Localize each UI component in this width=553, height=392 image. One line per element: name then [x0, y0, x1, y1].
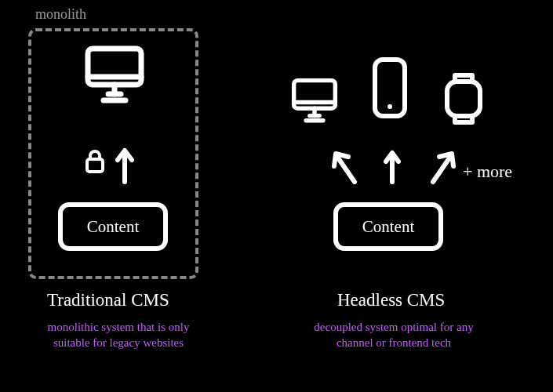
svg-rect-14 [447, 82, 480, 116]
content-label: Content [87, 217, 140, 237]
traditional-cms-title: Traditional CMS [47, 290, 169, 310]
traditional-cms-description: monolithic system that is only suitable … [36, 320, 201, 350]
svg-rect-5 [87, 159, 103, 172]
headless-cms-title: Headless CMS [337, 290, 445, 310]
diagram-canvas: monolith Content Traditional CMS monolit… [0, 0, 553, 392]
plus-more-label: + more [463, 162, 512, 182]
monolith-label: monolith [35, 6, 86, 23]
arrow-up-right-icon [428, 149, 457, 188]
content-box-traditional: Content [58, 202, 168, 251]
arrow-up-left-icon [331, 149, 359, 188]
phone-icon [370, 56, 409, 122]
svg-line-17 [433, 157, 450, 182]
desktop-icon [83, 44, 146, 110]
desktop-icon [290, 77, 339, 129]
svg-point-13 [387, 104, 392, 109]
headless-cms-description: decoupled system optimal for any channel… [307, 320, 480, 350]
arrow-up-icon [384, 149, 401, 188]
lock-icon [85, 149, 105, 177]
svg-line-15 [337, 157, 355, 182]
content-label: Content [362, 217, 415, 237]
arrow-up-icon [115, 146, 135, 188]
watch-icon [441, 71, 486, 130]
content-box-headless: Content [333, 202, 443, 251]
